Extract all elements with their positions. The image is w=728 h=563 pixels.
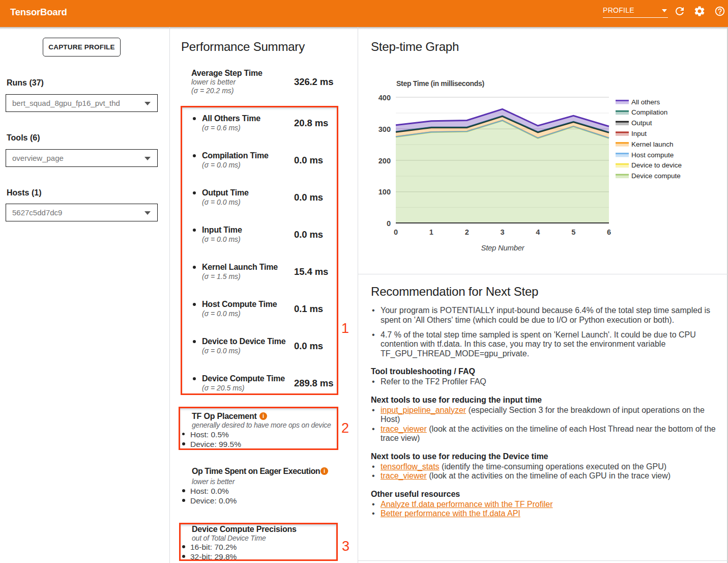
svg-text:0: 0 [387, 219, 391, 228]
svg-text:Kernel launch: Kernel launch [631, 140, 674, 148]
svg-text:5: 5 [571, 228, 575, 236]
svg-text:3: 3 [500, 228, 504, 236]
svg-text:All others: All others [631, 98, 660, 106]
svg-text:Input: Input [631, 130, 647, 137]
svg-text:Device to device: Device to device [631, 161, 682, 169]
svg-text:Step Time (in milliseconds): Step Time (in milliseconds) [396, 79, 484, 88]
svg-text:400: 400 [378, 94, 391, 102]
svg-text:4: 4 [536, 228, 540, 236]
svg-text:Output: Output [631, 119, 652, 127]
svg-text:0: 0 [394, 228, 398, 236]
svg-text:Step Number: Step Number [481, 244, 525, 252]
svg-text:Host compute: Host compute [631, 151, 674, 159]
svg-text:200: 200 [378, 157, 391, 165]
svg-text:Device compute: Device compute [631, 172, 681, 180]
svg-text:300: 300 [378, 125, 391, 133]
svg-text:6: 6 [607, 228, 611, 236]
svg-text:1: 1 [429, 228, 433, 236]
svg-text:100: 100 [378, 188, 391, 196]
svg-text:Compilation: Compilation [631, 108, 667, 116]
svg-text:2: 2 [465, 228, 469, 236]
